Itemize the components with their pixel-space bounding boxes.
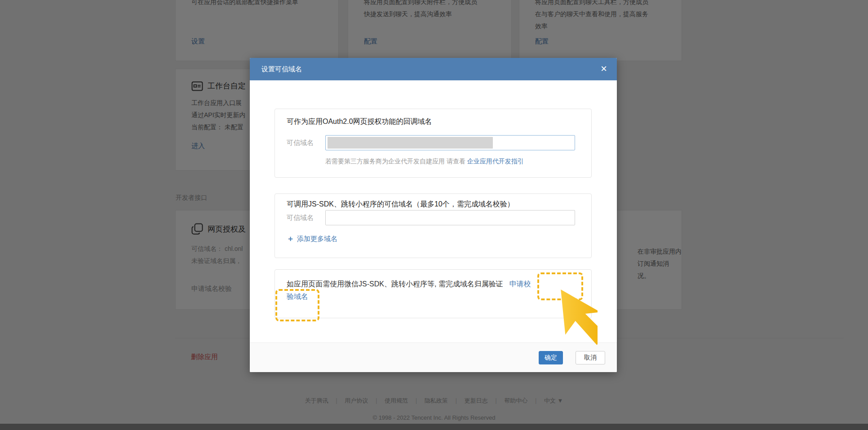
helper-prefix: 若需要第三方服务商为企业代开发自建应用 请查看 — [325, 158, 467, 165]
jssdk-domain-field-row: 可信域名 — [287, 210, 575, 225]
oauth-section-heading: 可作为应用OAuth2.0网页授权功能的回调域名 — [287, 117, 432, 127]
modal-title: 设置可信域名 — [261, 58, 302, 80]
trusted-domain-label: 可信域名 — [287, 214, 322, 222]
oauth-helper-text: 若需要第三方服务商为企业代开发自建应用 请查看 企业应用代开发指引 — [325, 158, 524, 166]
close-icon[interactable]: × — [601, 58, 607, 79]
modal-header: 设置可信域名 × — [250, 58, 617, 80]
add-more-domains-label: 添加更多域名 — [297, 235, 337, 242]
jssdk-section-heading: 可调用JS-SDK、跳转小程序的可信域名（最多10个，需完成域名校验） — [287, 200, 514, 209]
jssdk-domain-input[interactable] — [325, 210, 575, 225]
jssdk-domain-section: 可调用JS-SDK、跳转小程序的可信域名（最多10个，需完成域名校验） 可信域名… — [275, 193, 592, 258]
highlight-box-verify-domain — [275, 289, 319, 321]
cursor-pointer-arrow-icon — [530, 290, 598, 357]
third-party-dev-guide-link[interactable]: 企业应用代开发指引 — [467, 158, 524, 165]
oauth-domain-section: 可作为应用OAuth2.0网页授权功能的回调域名 可信域名 若需要第三方服务商为… — [275, 109, 592, 178]
redacted-domain-value — [328, 137, 493, 149]
oauth-domain-input-wrap — [325, 135, 575, 150]
oauth-domain-field-row: 可信域名 — [287, 135, 575, 150]
trusted-domain-label: 可信域名 — [287, 139, 322, 147]
page: 可在应用会话的底部配置快捷操作菜单 设置 将应用页面配置到聊天附件栏，方便成员 … — [0, 0, 868, 430]
apply-verify-link-part1[interactable]: 申请校 — [509, 280, 531, 288]
verify-sentence: 如应用页面需使用微信JS-SDK、跳转小程序等, 需完成域名归属验证 — [287, 280, 503, 288]
jssdk-domain-input-wrap — [325, 210, 575, 225]
plus-icon: ＋ — [287, 234, 294, 243]
verify-text-line1: 如应用页面需使用微信JS-SDK、跳转小程序等, 需完成域名归属验证申请校 — [287, 280, 531, 289]
add-more-domains-link[interactable]: ＋添加更多域名 — [287, 233, 337, 244]
